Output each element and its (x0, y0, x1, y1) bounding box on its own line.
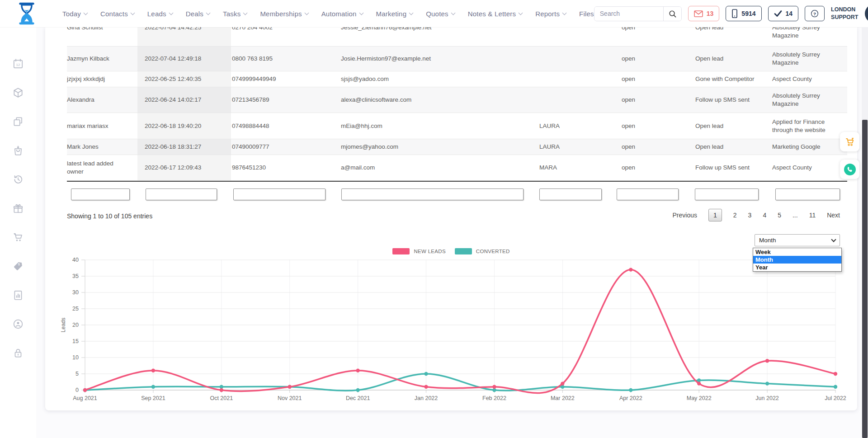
legend-item-new-leads: NEW LEADS (392, 248, 445, 254)
chevron-down-icon (519, 11, 523, 15)
dropdown-option-year[interactable]: Year (753, 264, 841, 271)
chevron-down-icon (304, 11, 309, 15)
menu-item-notes-letters[interactable]: Notes & Letters (468, 10, 522, 18)
table-cell-created: 2022-06-25 12:40:35 (137, 71, 231, 87)
column-filter-input-7[interactable] (695, 188, 759, 200)
account-circle-icon[interactable] (12, 318, 24, 330)
search-box (594, 6, 682, 21)
scrollbar-thumb[interactable] (862, 120, 868, 438)
column-filter-input-1[interactable] (71, 188, 130, 200)
table-row[interactable]: Jazmyn Kilback2022-07-04 12:49:180800 76… (67, 47, 847, 71)
pagination-page-3[interactable]: 3 (748, 212, 752, 219)
chevron-down-icon (84, 11, 88, 15)
svg-text:May 2022: May 2022 (687, 395, 712, 401)
mobile-phone-icon (731, 9, 738, 18)
column-filter-input-5[interactable] (539, 188, 602, 200)
dropdown-option-week[interactable]: Week (753, 248, 841, 256)
calendar-icon[interactable]: 12 (12, 58, 24, 70)
report-icon[interactable] (12, 289, 24, 301)
table-cell-source: Absolutely Surrey Magazine (771, 51, 847, 67)
menu-item-label: Reports (535, 10, 560, 18)
menu-item-marketing[interactable]: Marketing (376, 10, 413, 18)
table-row[interactable]: Alexandra2022-06-24 14:02:1707213456789a… (67, 87, 847, 113)
cart-icon[interactable] (12, 231, 24, 243)
chevron-down-icon (409, 11, 414, 15)
menu-item-contacts[interactable]: Contacts (100, 10, 134, 18)
tasks-badge[interactable]: 14 (768, 6, 799, 21)
table-cell-phone: 07498884448 (231, 122, 340, 130)
copy-icon[interactable] (12, 116, 24, 127)
table-row[interactable]: mariax mariasx2022-06-18 19:40:200749888… (67, 113, 847, 139)
menu-item-today[interactable]: Today (62, 10, 87, 18)
svg-text:Leads: Leads (60, 318, 66, 333)
table-cell-name: Alexandra (67, 96, 137, 104)
table-cell-status: open (606, 143, 693, 151)
svg-text:Nov 2021: Nov 2021 (278, 395, 302, 401)
column-filter-input-2[interactable] (146, 188, 217, 200)
table-cell-lead_status: Gone with Competitor (693, 75, 771, 83)
help-button[interactable]: ? (805, 6, 825, 21)
menu-item-tasks[interactable]: Tasks (223, 10, 247, 18)
lock-icon[interactable] (12, 347, 24, 359)
chart-period-dropdown: WeekMonthYear (753, 248, 842, 272)
menu-item-automation[interactable]: Automation (321, 10, 363, 18)
table-cell-phone: 0749999449949 (231, 75, 340, 83)
table-cell-lead_status: Open lead (693, 122, 771, 130)
svg-text:Sep 2021: Sep 2021 (141, 395, 165, 401)
menu-item-memberships[interactable]: Memberships (260, 10, 308, 18)
table-cell-created: 2022-07-04 14:42:25 (137, 27, 231, 46)
tasks-count: 14 (786, 10, 793, 17)
table-cell-created: 2022-06-18 18:31:27 (137, 139, 231, 155)
pagination-ellipsis[interactable]: ... (793, 212, 798, 219)
column-filter-input-6[interactable] (617, 188, 679, 200)
menu-item-reports[interactable]: Reports (535, 10, 566, 18)
menu-item-files[interactable]: Files (579, 10, 594, 18)
column-filter-input-4[interactable] (341, 188, 524, 200)
dropdown-option-month[interactable]: Month (753, 256, 841, 264)
svg-text:20: 20 (72, 322, 79, 328)
shopping-bag-icon[interactable] (12, 145, 24, 156)
column-filter-input-8[interactable] (775, 188, 840, 200)
svg-text:Mar 2022: Mar 2022 (551, 395, 575, 401)
column-filter-input-3[interactable] (233, 188, 326, 200)
pagination-page-1[interactable]: 1 (708, 209, 722, 221)
phone-floating-button[interactable] (840, 160, 859, 179)
pagination-page-5[interactable]: 5 (778, 212, 781, 219)
table-row[interactable]: Gina Schulist2022-07-04 14:42:250270 204… (67, 27, 847, 47)
sms-badge[interactable]: 5914 (726, 6, 761, 21)
search-button[interactable] (663, 7, 681, 21)
svg-text:?: ? (813, 11, 816, 16)
svg-text:Dec 2021: Dec 2021 (346, 395, 370, 401)
price-tag-icon[interactable]: $ (12, 260, 24, 272)
pagination-next[interactable]: Next (827, 212, 840, 219)
table-row[interactable]: Mark Jones2022-06-18 18:31:2707490009777… (67, 139, 847, 155)
table-cell-owner: LAURA (527, 143, 606, 151)
table-cell-name: mariax mariasx (67, 122, 137, 130)
avatar[interactable] (865, 4, 868, 23)
pagination-page-2[interactable]: 2 (733, 212, 737, 219)
menu-item-quotes[interactable]: Quotes (426, 10, 455, 18)
pagination-page-4[interactable]: 4 (763, 212, 766, 219)
package-icon[interactable] (12, 87, 24, 99)
pagination-previous[interactable]: Previous (673, 212, 697, 219)
pagination-page-11[interactable]: 11 (809, 212, 816, 219)
menu-item-deals[interactable]: Deals (186, 10, 210, 18)
table-row[interactable]: latest lead added owner2022-06-17 12:09:… (67, 155, 847, 181)
gift-icon[interactable] (12, 203, 24, 214)
cart-floating-button[interactable] (840, 132, 859, 151)
search-input[interactable] (594, 7, 663, 21)
table-cell-status: open (606, 75, 693, 83)
table-cell-lead_status: Follow up SMS sent (693, 96, 771, 104)
messages-badge[interactable]: 13 (688, 6, 720, 21)
menu-item-label: Leads (147, 10, 166, 18)
table-cell-status: open (606, 164, 693, 172)
chevron-down-icon (243, 11, 248, 15)
table-cell-status: open (606, 96, 693, 104)
chevron-down-icon (451, 11, 455, 15)
menu-item-leads[interactable]: Leads (147, 10, 173, 18)
app-logo-icon[interactable] (16, 1, 37, 26)
table-row[interactable]: jzjxjxj xkxkdjdj2022-06-25 12:40:3507499… (67, 71, 847, 87)
history-icon[interactable] (12, 174, 24, 185)
search-icon (668, 9, 677, 18)
table-cell-name: jzjxjxj xkxkdjdj (67, 75, 137, 83)
